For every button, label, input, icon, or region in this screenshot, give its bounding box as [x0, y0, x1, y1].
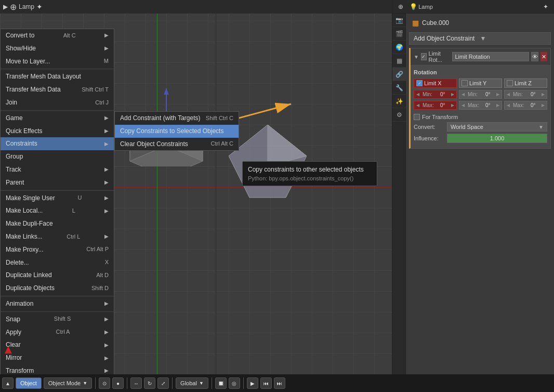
x-max-arrow-right[interactable]: ▶ — [451, 103, 454, 108]
rotation-axes: ✓ Limit X Limit Y Limit Z — [414, 79, 547, 88]
right-panel: ⊕ 💡 Lamp ✦ 📷 🎬 🌍 ▦ 🔗 🔧 ✨ ⚙ ▦ Cube.000 Ad… — [392, 0, 554, 374]
global-btn[interactable]: Global ▼ — [176, 377, 208, 389]
submenu-copy-constraints[interactable]: Copy Constraints to Selected Objects — [115, 125, 239, 138]
proportional-icon[interactable]: ◎ — [229, 377, 240, 389]
constraint-card-header: ▼ ✓ Limit Rot... 👁 ✕ — [411, 48, 550, 65]
x-min-arrow-left[interactable]: ◀ — [416, 92, 419, 97]
limit-y-check[interactable] — [461, 80, 468, 86]
tab-scene[interactable]: 🎬 — [392, 27, 406, 41]
tab-render[interactable]: 📷 — [392, 14, 406, 27]
viewport-header: ▶ ⊕ Lamp ✦ — [0, 0, 392, 14]
menu-item-track[interactable]: Track ▶ — [1, 163, 114, 176]
menu-item-clear[interactable]: Clear ▶ — [1, 338, 114, 351]
limit-z-check[interactable] — [507, 80, 513, 86]
z-min-arrow-left[interactable]: ◀ — [507, 92, 510, 97]
constraint-name-input[interactable] — [452, 52, 529, 61]
limit-x-check[interactable]: ✓ — [416, 80, 423, 86]
prev-frame-icon[interactable]: ⏮ — [260, 377, 272, 389]
menu-object[interactable]: ▶ — [3, 3, 8, 10]
add-constraint-bar[interactable]: Add Object Constraint ▼ — [409, 32, 551, 45]
translate-icon[interactable]: ↔ — [130, 377, 142, 389]
wireframe-icon[interactable]: ⊙ — [99, 377, 110, 389]
menu-item-duplicate-linked[interactable]: Duplicate Linked Alt D — [1, 269, 114, 282]
x-min-arrow-right[interactable]: ▶ — [451, 92, 454, 97]
menu-item-quick-effects[interactable]: Quick Effects ▶ — [1, 125, 114, 138]
object-mode-btn[interactable]: Object — [16, 377, 42, 389]
z-max-arrow-left[interactable]: ◀ — [507, 103, 510, 108]
tab-constraints[interactable]: 🔗 — [392, 68, 406, 81]
x-min-field[interactable]: ◀ Min: 0° ▶ — [414, 90, 457, 99]
object-cube-icon: ▦ — [412, 19, 419, 27]
convert-select[interactable]: World Space ▼ — [447, 122, 547, 132]
menu-item-parent[interactable]: Parent ▶ — [1, 176, 114, 189]
tab-physics[interactable]: ⚙ — [392, 108, 406, 122]
context-menu: Convert to Alt C ▶ Show/Hide ▶ Move to L… — [0, 29, 114, 392]
constraint-remove-button[interactable]: ✕ — [540, 52, 547, 61]
submenu-clear-constraints[interactable]: Clear Object Constraints Ctrl Alt C — [115, 138, 239, 151]
collapse-icon[interactable]: ▼ — [414, 54, 419, 60]
menu-item-transfer-mesh[interactable]: Transfer Mesh Data Shift Ctrl T — [1, 83, 114, 96]
y-min-arrow-left[interactable]: ◀ — [461, 92, 465, 97]
menu-item-game[interactable]: Game ▶ — [1, 112, 114, 125]
tooltip: Copy constraints to other selected objec… — [242, 161, 377, 186]
right-panel-topbar: ⊕ 💡 Lamp ✦ — [392, 0, 554, 14]
z-max-field[interactable]: ◀ Max: 0° ▶ — [504, 101, 547, 110]
menu-item-make-proxy[interactable]: Make Proxy... Ctrl Alt P — [1, 243, 114, 256]
x-max-arrow-left[interactable]: ◀ — [416, 103, 419, 108]
cube-label: Cube.000 — [422, 19, 449, 27]
menu-item-group[interactable]: Group — [1, 150, 114, 163]
menu-item-make-local[interactable]: Make Local... L ▶ — [1, 204, 114, 217]
y-max-arrow-left[interactable]: ◀ — [461, 103, 465, 108]
snap-icon[interactable]: 🔲 — [215, 377, 227, 389]
rotation-title: Rotation — [414, 68, 547, 76]
for-transform-check[interactable] — [414, 114, 420, 120]
red-arrow-indicator: ▲ — [2, 342, 15, 357]
z-min-field[interactable]: ◀ Min: 0° ▶ — [504, 90, 547, 99]
limit-x-box: ✓ Limit X — [414, 79, 457, 88]
prop-tabs: 📷 🎬 🌍 ▦ 🔗 🔧 ✨ ⚙ — [392, 14, 406, 374]
svg-marker-4 — [164, 88, 169, 95]
menu-item-show-hide[interactable]: Show/Hide ▶ — [1, 42, 114, 55]
minmax-row-min: ◀ Min: 0° ▶ ◀ Min: 0° ▶ ◀ — [414, 90, 547, 100]
menu-item-snap[interactable]: Snap Shift S ▶ — [1, 313, 114, 326]
solid-icon[interactable]: ● — [112, 377, 124, 389]
grid-blue-line — [216, 0, 216, 374]
constraint-eye-icon[interactable]: 👁 — [531, 52, 538, 61]
y-min-arrow-right[interactable]: ▶ — [496, 92, 499, 97]
mode-select-btn[interactable]: Object Mode ▼ — [44, 377, 92, 389]
menu-item-delete[interactable]: Delete... X — [1, 256, 114, 269]
menu-item-constraints[interactable]: Constraints ▶ — [1, 137, 114, 150]
play-icon[interactable]: ▶ — [247, 377, 258, 389]
menu-item-make-links[interactable]: Make Links... Ctrl L ▶ — [1, 230, 114, 243]
rotate-icon[interactable]: ↻ — [144, 377, 155, 389]
tab-particles[interactable]: ✨ — [392, 95, 406, 108]
submenu-add-constraint[interactable]: Add Constraint (with Targets) Shift Ctrl… — [115, 112, 239, 125]
menu-item-convert-to[interactable]: Convert to Alt C ▶ — [1, 29, 114, 42]
menu-item-animation[interactable]: Animation ▶ — [1, 297, 114, 310]
menu-item-duplicate-objects[interactable]: Duplicate Objects Shift D — [1, 282, 114, 295]
menu-item-join[interactable]: Join Ctrl J — [1, 96, 114, 109]
tab-modifiers[interactable]: 🔧 — [392, 81, 406, 95]
menu-item-transfer-mesh-layout[interactable]: Transfer Mesh Data Layout — [1, 70, 114, 83]
x-max-field[interactable]: ◀ Max: 0° ▶ — [414, 101, 457, 110]
tab-object[interactable]: ▦ — [392, 54, 406, 68]
scale-icon[interactable]: ⤢ — [157, 377, 169, 389]
star-icon-panel: ✦ — [540, 2, 551, 12]
next-frame-icon[interactable]: ⏭ — [274, 377, 285, 389]
minmax-row-max: ◀ Max: 0° ▶ ◀ Max: 0° ▶ ◀ — [414, 101, 547, 111]
y-max-field[interactable]: ◀ Max: 0° ▶ — [459, 101, 502, 110]
divider-2 — [127, 377, 127, 389]
influence-bar[interactable]: 1.000 — [447, 134, 547, 143]
menu-item-make-single-user[interactable]: Make Single User U ▶ — [1, 192, 114, 205]
menu-item-apply[interactable]: Apply Ctrl A ▶ — [1, 326, 114, 339]
constraint-enabled-check[interactable]: ✓ — [421, 53, 427, 60]
z-min-arrow-right[interactable]: ▶ — [542, 92, 545, 97]
menu-item-mirror[interactable]: Mirror ▶ — [1, 351, 114, 364]
menu-item-move-to-layer[interactable]: Move to Layer... M — [1, 55, 114, 68]
expand-icon[interactable]: ▲ — [2, 377, 14, 389]
z-max-arrow-right[interactable]: ▶ — [542, 103, 545, 108]
menu-item-make-dupli-face[interactable]: Make Dupli-Face — [1, 217, 114, 230]
y-max-arrow-right[interactable]: ▶ — [496, 103, 499, 108]
tab-world[interactable]: 🌍 — [392, 41, 406, 54]
y-min-field[interactable]: ◀ Min: 0° ▶ — [459, 90, 502, 99]
